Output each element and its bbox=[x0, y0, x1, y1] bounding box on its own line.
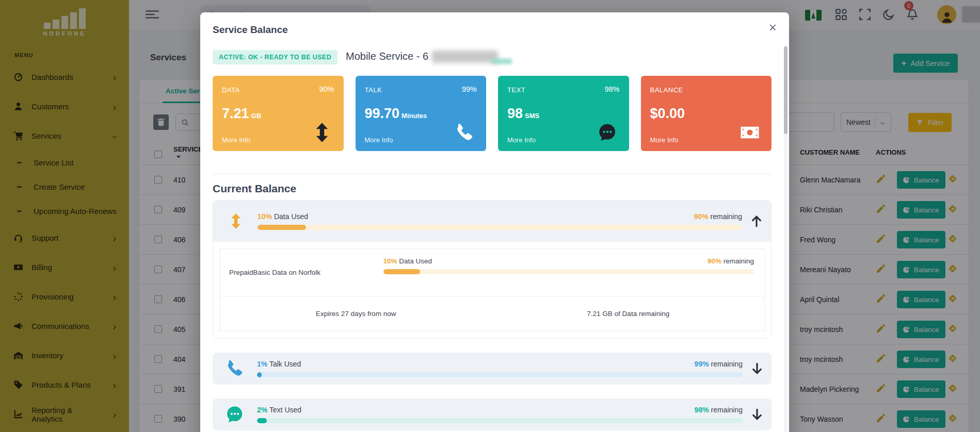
used-text: 10% Data Used bbox=[258, 212, 308, 221]
remaining-text: 90% remaining bbox=[708, 257, 754, 265]
used-text: 1% Talk Used bbox=[257, 360, 301, 368]
remaining-amount-text: 7.21 GB of Data remaining bbox=[492, 296, 765, 330]
more-info-link[interactable]: More Info bbox=[507, 136, 536, 144]
balance-row: 2% Text Used 98% remaining bbox=[213, 398, 772, 430]
more-info-link[interactable]: More Info bbox=[365, 136, 393, 144]
progress-fill bbox=[257, 372, 262, 377]
service-balance-modal: Service Balance × ACTIVE: OK - READY TO … bbox=[200, 12, 789, 432]
data-balance-detail: PrepaidBasic Data on Norfolk 10% Data Us… bbox=[213, 242, 771, 338]
data-progress-track bbox=[258, 225, 742, 230]
usage-card: BALANCE $0.00 More Info bbox=[641, 76, 772, 151]
redacted-service-number bbox=[432, 51, 498, 63]
card-percent: 90% bbox=[319, 85, 334, 93]
current-balance-heading: Current Balance bbox=[213, 182, 772, 195]
status-badge: ACTIVE: OK - READY TO BE USED bbox=[213, 50, 338, 64]
modal-scrollbar-thumb[interactable] bbox=[784, 46, 788, 134]
data-balance-row: 10% Data Used 90% remaining bbox=[213, 201, 771, 242]
detail-progress-fill bbox=[383, 269, 421, 274]
chat-icon bbox=[597, 122, 618, 143]
modal-title: Service Balance bbox=[213, 24, 288, 36]
more-info-link[interactable]: More Info bbox=[650, 136, 679, 144]
modal-scrollbar[interactable] bbox=[784, 45, 788, 432]
usage-card: DATA 90% 7.21GB More Info bbox=[213, 76, 344, 151]
modal-header: Service Balance × bbox=[200, 12, 789, 45]
balance-row: 1% Talk Used 99% remaining bbox=[213, 353, 772, 385]
phone-icon bbox=[225, 359, 245, 378]
progress-track bbox=[257, 372, 743, 377]
arrow-down-icon[interactable] bbox=[750, 361, 764, 376]
card-label: TEXT bbox=[507, 86, 620, 94]
more-info-link[interactable]: More Info bbox=[222, 136, 250, 144]
plan-name: PrepaidBasic Data on Norfolk bbox=[220, 249, 383, 296]
data-balance-group: 10% Data Used 90% remaining PrepaidBasic… bbox=[213, 200, 772, 339]
card-value: 7.21GB bbox=[222, 106, 261, 122]
detail-progress-track bbox=[383, 269, 754, 274]
divider bbox=[213, 174, 772, 174]
service-title: Mobile Service - 6 bbox=[346, 51, 428, 62]
service-status-line: ACTIVE: OK - READY TO BE USED Mobile Ser… bbox=[213, 45, 772, 69]
banknote-icon bbox=[740, 122, 760, 143]
card-value: 98SMS bbox=[507, 106, 539, 122]
remaining-text: 99% remaining bbox=[695, 360, 743, 368]
card-value: $0.00 bbox=[650, 106, 687, 122]
progress-track bbox=[257, 418, 743, 423]
remaining-text: 90% remaining bbox=[694, 212, 742, 221]
used-text: 2% Text Used bbox=[257, 406, 301, 414]
card-percent: 99% bbox=[462, 85, 477, 93]
modal-body: ACTIVE: OK - READY TO BE USED Mobile Ser… bbox=[213, 45, 772, 430]
data-progress-fill bbox=[258, 225, 306, 230]
remaining-text: 98% remaining bbox=[695, 406, 743, 414]
expiry-text: Expires 27 days from now bbox=[220, 296, 492, 330]
other-balance-rows: 1% Talk Used 99% remaining 2% Text U bbox=[213, 353, 772, 430]
card-percent: 98% bbox=[604, 85, 619, 93]
used-text: 10% Data Used bbox=[383, 257, 432, 265]
usage-cards: DATA 90% 7.21GB More Info TALK 99% 99.70… bbox=[213, 76, 772, 151]
updown-arrow-icon bbox=[228, 211, 244, 231]
card-label: BALANCE bbox=[650, 86, 763, 94]
progress-fill bbox=[257, 418, 267, 423]
redacted-highlight bbox=[491, 59, 512, 64]
usage-card: TEXT 98% 98SMS More Info bbox=[498, 76, 629, 151]
collapse-arrow-icon[interactable] bbox=[749, 214, 764, 228]
phone-icon bbox=[454, 122, 475, 143]
chat-icon bbox=[225, 405, 245, 424]
usage-card: TALK 99% 99.70Minutes More Info bbox=[356, 76, 487, 151]
updown-arrow-icon bbox=[312, 122, 332, 143]
card-label: TALK bbox=[365, 86, 477, 94]
card-label: DATA bbox=[222, 86, 334, 94]
close-icon[interactable]: × bbox=[769, 21, 777, 34]
arrow-down-icon[interactable] bbox=[750, 407, 764, 422]
card-value: 99.70Minutes bbox=[365, 106, 427, 122]
